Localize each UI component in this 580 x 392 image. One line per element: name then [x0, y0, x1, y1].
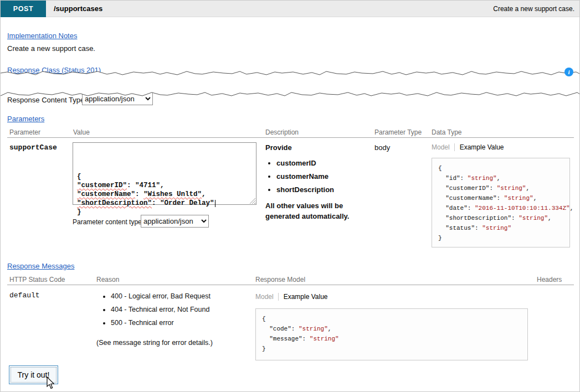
list-item: shortDescription: [276, 185, 379, 194]
list-item: 400 - Logical error, Bad Request: [111, 292, 266, 300]
response-messages-title: Response Messages: [7, 262, 74, 270]
response-content-type-label: Response Content Type: [7, 96, 84, 104]
col-data-type: Data Type: [432, 128, 461, 136]
code-line: "shortDescription": "Order Delay": [77, 199, 252, 208]
api-endpoint-page: POST /supportcases Create a new support …: [0, 0, 580, 392]
parameter-name: supportCase: [9, 143, 57, 152]
response-tab-model[interactable]: Model: [255, 293, 274, 301]
reason-note: (See message string for error details.): [96, 339, 213, 347]
col-parameter: Parameter: [9, 128, 40, 136]
parameter-content-type-label: Parameter content type:: [73, 218, 143, 226]
endpoint-header-bar[interactable]: POST /supportcases Create a new support …: [1, 1, 579, 17]
reason-list: 400 - Logical error, Bad Request404 - Te…: [103, 292, 266, 332]
implementation-notes-body: Create a new support case.: [7, 44, 95, 53]
description-bullet-list: customerIDcustomerNameshortDescription: [265, 159, 379, 194]
response-status-code: default: [9, 291, 40, 300]
info-icon-glyph: i: [568, 69, 569, 75]
list-item: customerID: [276, 159, 379, 167]
col-reason: Reason: [96, 276, 119, 283]
response-model-box: { "code": "string", "message": "string"}: [255, 308, 528, 360]
col-description: Description: [265, 128, 299, 136]
code-line: "customerName": "string",: [438, 193, 563, 203]
description-intro: Provide: [265, 143, 379, 152]
parameters-header-rule: [7, 137, 574, 138]
col-http-status-code: HTTP Status Code: [9, 276, 65, 283]
code-line: "customerName": "Wishes Unltd",: [77, 190, 252, 199]
code-line: "shortDescription": "string",: [438, 213, 563, 223]
info-icon[interactable]: i: [564, 68, 573, 76]
response-content-type-select[interactable]: application/json: [82, 92, 153, 105]
code-line: "customerID": "string",: [438, 183, 563, 193]
mouse-cursor-icon: [46, 376, 55, 390]
tab-model[interactable]: Model: [432, 143, 450, 151]
code-line: }: [262, 344, 521, 354]
parameter-value-editor[interactable]: {"customerID": "4711","customerName": "W…: [73, 142, 256, 205]
code-line: {: [438, 163, 563, 173]
code-line: "status": "string": [438, 223, 563, 233]
code-line: }: [438, 233, 563, 243]
col-response-model: Response Model: [255, 276, 305, 283]
response-class-title: Response Class (Status 201): [7, 66, 101, 74]
tab-example-value[interactable]: Example Value: [454, 143, 504, 151]
parameter-type-value: body: [374, 143, 390, 152]
parameter-content-type-select[interactable]: application/json: [141, 215, 209, 228]
list-item: 500 - Technical error: [111, 319, 266, 327]
endpoint-path-link[interactable]: /supportcases: [54, 1, 102, 17]
response-tab-example-value[interactable]: Example Value: [278, 293, 328, 301]
list-item: 404 - Technical error, Not Found: [111, 306, 266, 313]
code-line: {: [262, 314, 521, 324]
response-header-rule: [7, 285, 574, 285]
col-parameter-type: Parameter Type: [374, 128, 422, 136]
endpoint-summary-link[interactable]: Create a new support case.: [493, 1, 574, 17]
code-line: "message": "string": [262, 334, 521, 344]
description-note: All other values will be generated autom…: [265, 201, 362, 222]
list-item: customerName: [276, 172, 379, 180]
col-headers: Headers: [537, 276, 562, 283]
parameter-description: Provide customerIDcustomerNameshortDescr…: [265, 143, 379, 222]
data-type-tabs: ModelExample Value: [432, 143, 504, 151]
parameters-title: Parameters: [7, 115, 44, 123]
example-value-box: { "id": "string", "customerID": "string"…: [432, 158, 570, 247]
code-line: {: [77, 172, 252, 181]
code-line: "id": "string",: [438, 173, 563, 183]
code-line: "date": "2016-11-10T10:10:11.334Z",: [438, 203, 563, 213]
response-model-tabs: ModelExample Value: [255, 293, 328, 301]
code-line: "customerID": "4711",: [77, 181, 252, 190]
col-value: Value: [73, 128, 90, 136]
code-line: "code": "string",: [262, 324, 521, 334]
http-method-badge: POST: [1, 1, 46, 17]
implementation-notes-title: Implementation Notes: [7, 32, 77, 40]
